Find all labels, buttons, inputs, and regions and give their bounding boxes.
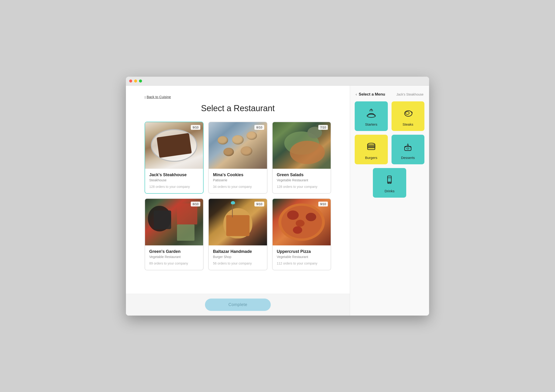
svg-rect-5 [367,148,375,150]
rating-badge-uppercrust: 9/10 [318,202,328,207]
browser-window: ‹ Back to Cuisine Select a Restaurant [126,77,429,316]
rating-badge-greensgarden: 8/10 [191,202,200,207]
rating-badge-baltazar: 9/10 [254,202,264,207]
menu-item-steaks[interactable]: Steaks [392,101,425,131]
card-name-minas: Mina's Cookies [213,172,263,177]
card-body-baltazar: Baltazar Handmade Burger Shop 56 orders … [209,245,267,270]
card-orders-jacks: 128 orders to your company [149,185,199,189]
main-panel: ‹ Back to Cuisine Select a Restaurant [126,86,350,316]
menu-item-drinks-label: Drinks [385,189,394,193]
drinks-icon [383,174,395,187]
card-image-greensalads: 7/10 [273,122,331,169]
traffic-light-red[interactable] [129,79,132,83]
restaurant-card-greensgarden[interactable]: 8/10 Green's Garden Vegetable Restaurant… [145,198,204,270]
traffic-light-yellow[interactable] [134,79,137,83]
card-type-baltazar: Burger Shop [213,255,263,259]
card-body-minas: Mina's Cookies Patisserie 34 orders to y… [209,169,267,193]
browser-titlebar [126,77,429,86]
card-name-uppercrust: Uppercrust Pizza [277,249,327,254]
menu-grid: Starters Steaks [350,101,429,202]
browser-content: ‹ Back to Cuisine Select a Restaurant [126,86,429,316]
rating-badge-minas: 8/10 [254,125,264,130]
desserts-icon [402,140,414,153]
right-back-icon[interactable]: ‹ [356,92,357,96]
restaurant-card-jacks[interactable]: 9/10 Jack's Steakhouse Steakhouse 128 or… [145,122,204,194]
svg-rect-4 [367,146,375,148]
menu-item-burgers-label: Burgers [365,156,377,160]
card-type-jacks: Steakhouse [149,178,199,182]
card-image-uppercrust: 9/10 [273,199,331,245]
card-orders-greensgarden: 89 orders to your company [149,262,199,265]
card-image-baltazar: 9/10 [209,199,267,245]
svg-rect-3 [367,145,375,146]
rating-badge-greensalads: 7/10 [318,125,328,130]
menu-item-starters-label: Starters [365,122,377,126]
card-name-greensalads: Green Salads [277,172,327,177]
card-image-jacks: 9/10 [145,122,203,169]
complete-bar: Complete [126,294,350,316]
card-orders-minas: 34 orders to your company [213,185,263,189]
right-header-left: ‹ Select a Menu [356,92,385,97]
card-name-jacks: Jack's Steakhouse [149,172,199,177]
card-orders-uppercrust: 112 orders to your company [277,262,327,265]
svg-rect-14 [388,183,391,183]
restaurant-card-minas[interactable]: 8/10 Mina's Cookies Patisserie 34 orders… [208,122,267,194]
back-to-cuisine-link[interactable]: ‹ Back to Cuisine [145,95,171,99]
menu-item-desserts-label: Desserts [401,156,415,160]
svg-point-10 [407,148,409,149]
svg-point-2 [406,112,409,114]
traffic-light-green[interactable] [139,79,142,83]
card-type-minas: Patisserie [213,178,263,182]
rating-badge-jacks: 9/10 [191,125,200,130]
right-panel-header: ‹ Select a Menu Jack's Steakhouse [350,86,429,101]
main-inner: ‹ Back to Cuisine Select a Restaurant [126,86,350,294]
card-name-baltazar: Baltazar Handmade [213,249,263,254]
card-body-uppercrust: Uppercrust Pizza Vegetable Restaurant 11… [273,245,331,270]
right-restaurant-name: Jack's Steakhouse [396,93,424,96]
complete-button[interactable]: Complete [205,299,270,311]
menu-item-burgers[interactable]: Burgers [355,135,388,164]
page-title: Select a Restaurant [145,103,331,113]
card-orders-greensalads: 128 orders to your company [277,185,327,189]
steaks-icon [402,107,414,120]
card-type-uppercrust: Vegetable Restaurant [277,255,327,259]
card-type-greensalads: Vegetable Restaurant [277,178,327,182]
restaurant-grid: 9/10 Jack's Steakhouse Steakhouse 128 or… [145,122,331,270]
restaurant-card-greensalads[interactable]: 7/10 Green Salads Vegetable Restaurant 1… [272,122,331,194]
card-name-greensgarden: Green's Garden [149,249,199,254]
burgers-icon [365,140,377,153]
back-chevron-icon: ‹ [145,95,146,99]
restaurant-card-uppercrust[interactable]: 9/10 Uppercrust Pizza Vegetable Restaura… [272,198,331,270]
menu-item-desserts[interactable]: Desserts [392,135,425,164]
card-body-jacks: Jack's Steakhouse Steakhouse 128 orders … [145,169,203,193]
card-image-minas: 8/10 [209,122,267,169]
card-body-greensgarden: Green's Garden Vegetable Restaurant 89 o… [145,245,203,270]
starters-icon [365,107,377,120]
card-type-greensgarden: Vegetable Restaurant [149,255,199,259]
menu-item-steaks-label: Steaks [402,122,413,126]
right-panel: ‹ Select a Menu Jack's Steakhouse [350,86,429,316]
card-image-greensgarden: 8/10 [145,199,203,245]
menu-item-starters[interactable]: Starters [355,101,388,131]
right-panel-title: Select a Menu [359,92,385,97]
card-body-greensalads: Green Salads Vegetable Restaurant 128 or… [273,169,331,193]
card-orders-baltazar: 56 orders to your company [213,262,263,265]
restaurant-card-baltazar[interactable]: 9/10 Baltazar Handmade Burger Shop 56 or… [208,198,267,270]
menu-item-drinks[interactable]: Drinks [373,168,406,198]
back-label: Back to Cuisine [147,95,171,99]
